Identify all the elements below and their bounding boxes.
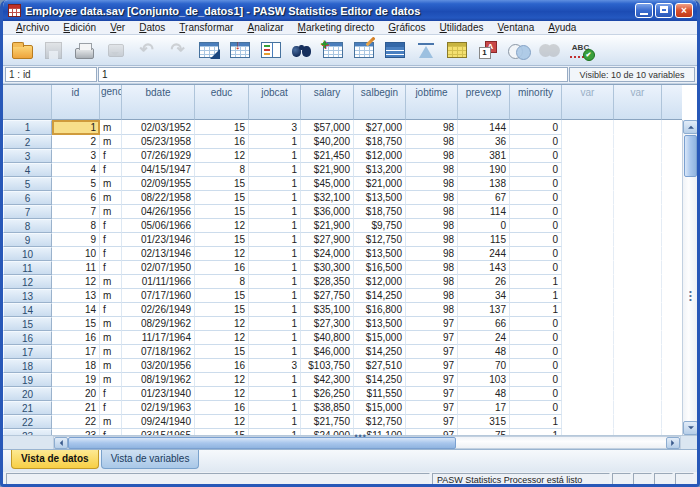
cell-3-salbegin[interactable]: $12,000 (354, 149, 406, 163)
cell-20-jobcat[interactable]: 1 (249, 387, 301, 401)
cell-20-var2[interactable] (614, 387, 662, 401)
close-button[interactable]: × (675, 3, 693, 18)
cell-13-minority[interactable]: 1 (510, 289, 562, 303)
cell-9-var2[interactable] (614, 233, 662, 247)
vertical-scroll-thumb[interactable] (684, 135, 697, 177)
cell-12-jobtime[interactable]: 98 (406, 275, 458, 289)
vertical-pane-splitter[interactable]: ••• (685, 290, 696, 304)
cell-7-var2[interactable] (614, 205, 662, 219)
cell-13-educ[interactable]: 15 (195, 289, 249, 303)
cell-6-minority[interactable]: 0 (510, 191, 562, 205)
cell-17-prevexp[interactable]: 48 (458, 345, 510, 359)
menu-item-ver[interactable]: Ver (103, 22, 132, 33)
row-header-21[interactable]: 21 (3, 401, 52, 415)
cell-1-prevexp[interactable]: 144 (458, 120, 510, 135)
cell-8-var2[interactable] (614, 219, 662, 233)
cell-15-educ[interactable]: 12 (195, 317, 249, 331)
menu-item-archivo[interactable]: Archivo (9, 22, 56, 33)
column-header-gender[interactable]: gender (100, 85, 122, 120)
cell-21-jobtime[interactable]: 97 (406, 401, 458, 415)
cell-7-var1[interactable] (562, 205, 614, 219)
cell-18-var1[interactable] (562, 359, 614, 373)
cell-21-jobcat[interactable]: 1 (249, 401, 301, 415)
toolbar-use-variable-sets-button[interactable] (503, 36, 534, 64)
column-header-var1[interactable]: var (562, 85, 614, 120)
cell-15-minority[interactable]: 0 (510, 317, 562, 331)
cell-6-jobcat[interactable]: 1 (249, 191, 301, 205)
toolbar-goto-case-button[interactable] (193, 36, 224, 64)
toolbar-split-file-button[interactable] (379, 36, 410, 64)
cell-19-gender[interactable]: m (100, 373, 122, 387)
cell-14-bdate[interactable]: 02/26/1949 (122, 303, 195, 317)
cell-14-minority[interactable]: 1 (510, 303, 562, 317)
cell-22-minority[interactable]: 1 (510, 415, 562, 429)
cell-15-salary[interactable]: $27,300 (301, 317, 354, 331)
cell-5-gender[interactable]: m (100, 177, 122, 191)
cell-3-prevexp[interactable]: 381 (458, 149, 510, 163)
cell-14-salbegin[interactable]: $16,800 (354, 303, 406, 317)
cell-13-jobcat[interactable]: 1 (249, 289, 301, 303)
cell-13-prevexp[interactable]: 34 (458, 289, 510, 303)
cell-10-var1[interactable] (562, 247, 614, 261)
toolbar-find-button[interactable] (286, 36, 317, 64)
cell-19-salary[interactable]: $42,300 (301, 373, 354, 387)
cell-22-id[interactable]: 22 (52, 415, 100, 429)
cell-4-var1[interactable] (562, 163, 614, 177)
minimize-button[interactable] (635, 3, 653, 18)
row-header-5[interactable]: 5 (3, 177, 52, 191)
cell-16-gender[interactable]: m (100, 331, 122, 345)
cell-5-bdate[interactable]: 02/09/1955 (122, 177, 195, 191)
row-header-16[interactable]: 16 (3, 331, 52, 345)
scroll-left-button[interactable] (54, 437, 68, 449)
row-header-2[interactable]: 2 (3, 135, 52, 149)
cell-19-minority[interactable]: 0 (510, 373, 562, 387)
column-header-id[interactable]: id (52, 85, 100, 120)
cell-9-salbegin[interactable]: $12,750 (354, 233, 406, 247)
cell-1-var1[interactable] (562, 120, 614, 135)
toolbar-weight-cases-button[interactable] (410, 36, 441, 64)
cell-21-var2[interactable] (614, 401, 662, 415)
cell-6-prevexp[interactable]: 67 (458, 191, 510, 205)
cell-9-jobcat[interactable]: 1 (249, 233, 301, 247)
cell-19-salbegin[interactable]: $14,250 (354, 373, 406, 387)
cell-4-minority[interactable]: 0 (510, 163, 562, 177)
cell-1-educ[interactable]: 15 (195, 120, 249, 135)
cell-16-prevexp[interactable]: 24 (458, 331, 510, 345)
cell-5-id[interactable]: 5 (52, 177, 100, 191)
cell-18-educ[interactable]: 16 (195, 359, 249, 373)
row-header-7[interactable]: 7 (3, 205, 52, 219)
cell-17-salbegin[interactable]: $14,250 (354, 345, 406, 359)
cell-22-jobcat[interactable]: 1 (249, 415, 301, 429)
cell-7-educ[interactable]: 15 (195, 205, 249, 219)
cell-12-salbegin[interactable]: $12,000 (354, 275, 406, 289)
vertical-scrollbar[interactable]: ••• (682, 120, 697, 435)
cell-2-gender[interactable]: m (100, 135, 122, 149)
cell-5-salary[interactable]: $45,000 (301, 177, 354, 191)
cell-17-var1[interactable] (562, 345, 614, 359)
cell-17-id[interactable]: 17 (52, 345, 100, 359)
cell-6-var1[interactable] (562, 191, 614, 205)
cell-18-var2[interactable] (614, 359, 662, 373)
row-header-4[interactable]: 4 (3, 163, 52, 177)
cell-10-jobtime[interactable]: 98 (406, 247, 458, 261)
cell-22-var2[interactable] (614, 415, 662, 429)
cell-17-jobcat[interactable]: 1 (249, 345, 301, 359)
cell-21-minority[interactable]: 0 (510, 401, 562, 415)
cell-4-salbegin[interactable]: $13,200 (354, 163, 406, 177)
cell-4-educ[interactable]: 8 (195, 163, 249, 177)
cell-19-bdate[interactable]: 08/19/1962 (122, 373, 195, 387)
column-header-bdate[interactable]: bdate (122, 85, 195, 120)
cell-2-bdate[interactable]: 05/23/1958 (122, 135, 195, 149)
cell-20-var1[interactable] (562, 387, 614, 401)
cell-9-var1[interactable] (562, 233, 614, 247)
tab-vista-de-datos[interactable]: Vista de datos (11, 450, 99, 469)
cell-16-minority[interactable]: 0 (510, 331, 562, 345)
cell-6-bdate[interactable]: 08/22/1958 (122, 191, 195, 205)
column-header-prevexp[interactable]: prevexp (458, 85, 510, 120)
cell-9-educ[interactable]: 15 (195, 233, 249, 247)
row-header-13[interactable]: 13 (3, 289, 52, 303)
cell-8-var1[interactable] (562, 219, 614, 233)
cell-4-bdate[interactable]: 04/15/1947 (122, 163, 195, 177)
cell-13-salary[interactable]: $27,750 (301, 289, 354, 303)
cell-10-minority[interactable]: 0 (510, 247, 562, 261)
